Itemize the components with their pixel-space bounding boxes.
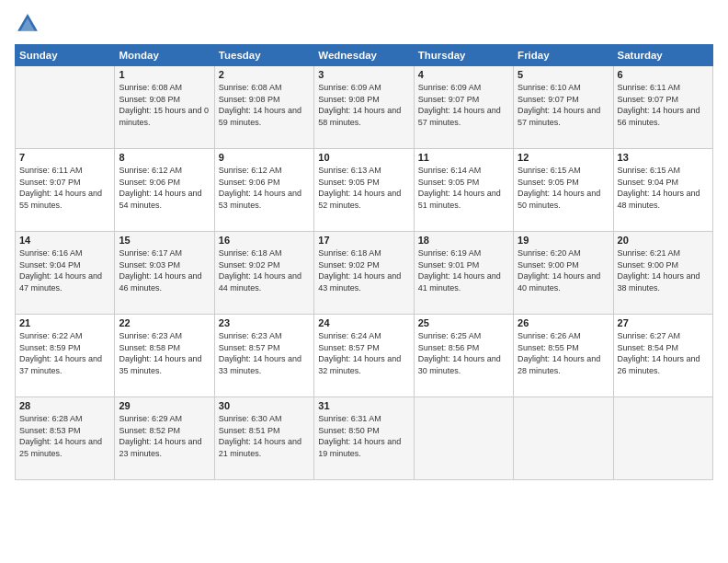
day-number: 4 [418,69,509,80]
day-info: Sunrise: 6:14 AMSunset: 9:05 PMDaylight:… [418,165,509,211]
day-number: 11 [418,152,509,163]
calendar-cell: 21Sunrise: 6:22 AMSunset: 8:59 PMDayligh… [16,315,115,397]
day-info: Sunrise: 6:15 AMSunset: 9:04 PMDaylight:… [618,165,709,211]
day-number: 18 [418,235,509,246]
day-info: Sunrise: 6:23 AMSunset: 8:57 PMDaylight:… [219,330,310,376]
calendar-cell: 3Sunrise: 6:09 AMSunset: 9:08 PMDaylight… [314,66,414,149]
weekday-header-monday: Monday [115,45,214,66]
day-number: 22 [119,317,210,328]
day-info: Sunrise: 6:09 AMSunset: 9:08 PMDaylight:… [318,82,409,128]
day-info: Sunrise: 6:15 AMSunset: 9:05 PMDaylight:… [518,165,609,211]
calendar-cell: 9Sunrise: 6:12 AMSunset: 9:06 PMDaylight… [214,149,313,232]
day-number: 19 [518,235,609,246]
calendar-cell: 26Sunrise: 6:26 AMSunset: 8:55 PMDayligh… [514,315,613,397]
day-info: Sunrise: 6:11 AMSunset: 9:07 PMDaylight:… [618,82,709,128]
day-info: Sunrise: 6:09 AMSunset: 9:07 PMDaylight:… [418,82,509,128]
calendar-cell: 13Sunrise: 6:15 AMSunset: 9:04 PMDayligh… [613,149,712,232]
weekday-header-saturday: Saturday [613,45,712,66]
calendar-cell: 23Sunrise: 6:23 AMSunset: 8:57 PMDayligh… [214,315,313,397]
day-number: 29 [119,400,210,411]
day-info: Sunrise: 6:10 AMSunset: 9:07 PMDaylight:… [518,82,609,128]
calendar-cell: 4Sunrise: 6:09 AMSunset: 9:07 PMDaylight… [414,66,513,149]
day-number: 5 [518,69,609,80]
weekday-header-wednesday: Wednesday [314,45,414,66]
day-number: 13 [618,152,709,163]
calendar-cell: 2Sunrise: 6:08 AMSunset: 9:08 PMDaylight… [214,66,313,149]
weekday-header-sunday: Sunday [16,45,115,66]
calendar-cell: 8Sunrise: 6:12 AMSunset: 9:06 PMDaylight… [115,149,214,232]
day-number: 26 [518,317,609,328]
weekday-header-thursday: Thursday [414,45,513,66]
calendar-cell [613,397,712,480]
day-info: Sunrise: 6:22 AMSunset: 8:59 PMDaylight:… [19,330,110,376]
day-info: Sunrise: 6:27 AMSunset: 8:54 PMDaylight:… [618,330,709,376]
day-info: Sunrise: 6:12 AMSunset: 9:06 PMDaylight:… [119,165,210,211]
weekday-header-friday: Friday [514,45,613,66]
calendar-cell: 20Sunrise: 6:21 AMSunset: 9:00 PMDayligh… [613,232,712,315]
calendar-cell: 27Sunrise: 6:27 AMSunset: 8:54 PMDayligh… [613,315,712,397]
day-number: 6 [618,69,709,80]
week-row-4: 21Sunrise: 6:22 AMSunset: 8:59 PMDayligh… [16,315,713,397]
day-info: Sunrise: 6:18 AMSunset: 9:02 PMDaylight:… [318,247,409,293]
calendar-cell: 1Sunrise: 6:08 AMSunset: 9:08 PMDaylight… [115,66,214,149]
calendar-cell: 5Sunrise: 6:10 AMSunset: 9:07 PMDaylight… [514,66,613,149]
week-row-1: 1Sunrise: 6:08 AMSunset: 9:08 PMDaylight… [16,66,713,149]
calendar-cell: 24Sunrise: 6:24 AMSunset: 8:57 PMDayligh… [314,315,414,397]
day-info: Sunrise: 6:24 AMSunset: 8:57 PMDaylight:… [318,330,409,376]
calendar-cell [16,66,115,149]
day-info: Sunrise: 6:13 AMSunset: 9:05 PMDaylight:… [318,165,409,211]
day-info: Sunrise: 6:31 AMSunset: 8:50 PMDaylight:… [318,413,409,459]
day-info: Sunrise: 6:28 AMSunset: 8:53 PMDaylight:… [19,413,110,459]
day-info: Sunrise: 6:26 AMSunset: 8:55 PMDaylight:… [518,330,609,376]
calendar-cell: 17Sunrise: 6:18 AMSunset: 9:02 PMDayligh… [314,232,414,315]
calendar-cell: 30Sunrise: 6:30 AMSunset: 8:51 PMDayligh… [214,397,313,480]
day-number: 10 [318,152,409,163]
day-number: 2 [219,69,310,80]
calendar-cell [514,397,613,480]
day-info: Sunrise: 6:12 AMSunset: 9:06 PMDaylight:… [219,165,310,211]
calendar-cell: 28Sunrise: 6:28 AMSunset: 8:53 PMDayligh… [16,397,115,480]
week-row-2: 7Sunrise: 6:11 AMSunset: 9:07 PMDaylight… [16,149,713,232]
day-number: 3 [318,69,409,80]
day-number: 7 [19,152,110,163]
day-number: 31 [318,400,409,411]
day-info: Sunrise: 6:30 AMSunset: 8:51 PMDaylight:… [219,413,310,459]
calendar-cell: 10Sunrise: 6:13 AMSunset: 9:05 PMDayligh… [314,149,414,232]
day-info: Sunrise: 6:16 AMSunset: 9:04 PMDaylight:… [19,247,110,293]
logo-icon [15,11,40,37]
calendar-cell: 29Sunrise: 6:29 AMSunset: 8:52 PMDayligh… [115,397,214,480]
day-info: Sunrise: 6:23 AMSunset: 8:58 PMDaylight:… [119,330,210,376]
day-info: Sunrise: 6:29 AMSunset: 8:52 PMDaylight:… [119,413,210,459]
day-number: 16 [219,235,310,246]
day-number: 12 [518,152,609,163]
calendar-cell: 25Sunrise: 6:25 AMSunset: 8:56 PMDayligh… [414,315,513,397]
day-info: Sunrise: 6:25 AMSunset: 8:56 PMDaylight:… [418,330,509,376]
day-number: 28 [19,400,110,411]
header [15,11,713,37]
calendar-cell: 11Sunrise: 6:14 AMSunset: 9:05 PMDayligh… [414,149,513,232]
day-number: 15 [119,235,210,246]
day-number: 23 [219,317,310,328]
day-info: Sunrise: 6:20 AMSunset: 9:00 PMDaylight:… [518,247,609,293]
day-number: 30 [219,400,310,411]
day-info: Sunrise: 6:08 AMSunset: 9:08 PMDaylight:… [219,82,310,128]
calendar-cell [414,397,513,480]
day-info: Sunrise: 6:19 AMSunset: 9:01 PMDaylight:… [418,247,509,293]
day-number: 14 [19,235,110,246]
day-number: 25 [418,317,509,328]
calendar-cell: 22Sunrise: 6:23 AMSunset: 8:58 PMDayligh… [115,315,214,397]
calendar-cell: 18Sunrise: 6:19 AMSunset: 9:01 PMDayligh… [414,232,513,315]
logo [15,11,44,37]
day-number: 17 [318,235,409,246]
calendar-table: SundayMondayTuesdayWednesdayThursdayFrid… [15,44,713,480]
day-info: Sunrise: 6:11 AMSunset: 9:07 PMDaylight:… [19,165,110,211]
day-number: 8 [119,152,210,163]
calendar-page: SundayMondayTuesdayWednesdayThursdayFrid… [0,0,728,563]
day-number: 20 [618,235,709,246]
day-info: Sunrise: 6:17 AMSunset: 9:03 PMDaylight:… [119,247,210,293]
week-row-3: 14Sunrise: 6:16 AMSunset: 9:04 PMDayligh… [16,232,713,315]
week-row-5: 28Sunrise: 6:28 AMSunset: 8:53 PMDayligh… [16,397,713,480]
day-number: 21 [19,317,110,328]
calendar-cell: 15Sunrise: 6:17 AMSunset: 9:03 PMDayligh… [115,232,214,315]
calendar-cell: 6Sunrise: 6:11 AMSunset: 9:07 PMDaylight… [613,66,712,149]
